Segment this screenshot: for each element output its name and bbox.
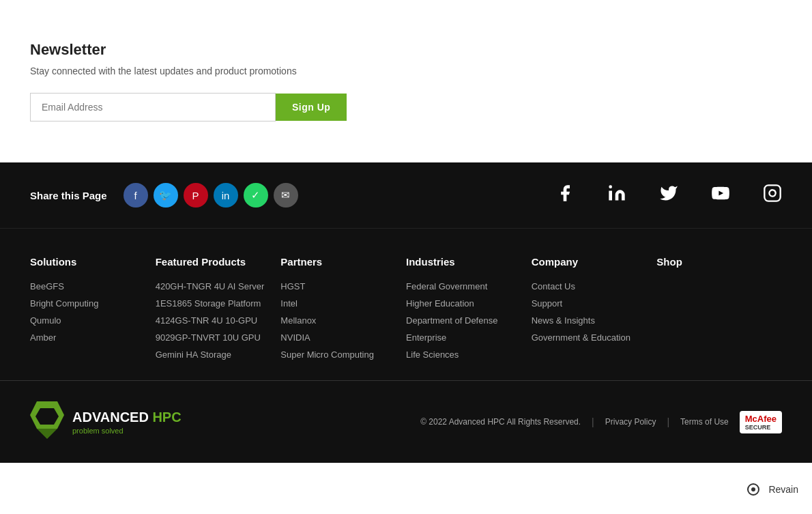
footer-columns: Solutions BeeGFS Bright Computing Qumulo… (30, 256, 782, 367)
footer-link-4124gs[interactable]: 4124GS-TNR 4U 10-GPU (156, 315, 281, 326)
social-youtube-link[interactable] (711, 184, 730, 208)
signup-button[interactable]: Sign Up (276, 94, 347, 121)
footer-solutions-title: Solutions (30, 256, 156, 268)
share-label: Share this Page (30, 190, 107, 201)
mcafee-badge[interactable]: McAfee SECURE (740, 411, 782, 433)
linkedin-icon: in (222, 190, 230, 201)
footer-copyright: © 2022 Advanced HPC All Rights Reserved. (420, 417, 581, 427)
social-facebook-link[interactable] (555, 184, 575, 208)
share-email-button[interactable]: ✉ (274, 183, 298, 208)
terms-of-use-link[interactable]: Terms of Use (680, 417, 729, 427)
footer-bottom: ADVANCED HPC problem solved © 2022 Advan… (0, 380, 812, 463)
company-logo-icon (30, 401, 64, 442)
footer-col-solutions: Solutions BeeGFS Bright Computing Qumulo… (30, 256, 156, 367)
share-facebook-button[interactable]: f (124, 183, 148, 208)
footer-company-title: Company (532, 256, 657, 268)
footer-section: Solutions BeeGFS Bright Computing Qumulo… (0, 229, 812, 380)
share-pinterest-button[interactable]: P (184, 183, 208, 208)
social-linkedin-link[interactable] (607, 184, 626, 208)
footer-col-company: Company Contact Us Support News & Insigh… (532, 256, 657, 367)
mcafee-icon: McAfee SECURE (745, 414, 777, 431)
footer-link-contact-us[interactable]: Contact Us (532, 281, 657, 291)
footer-industries-title: Industries (406, 256, 532, 268)
footer-link-420gh[interactable]: 420GH-TNGR 4U AI Server (156, 281, 281, 291)
share-twitter-button[interactable]: 🐦 (154, 183, 178, 208)
svg-marker-6 (37, 429, 57, 439)
footer-link-1es1865[interactable]: 1ES1865 Storage Platform (156, 298, 281, 309)
share-left: Share this Page f 🐦 P in ✓ ✉ (30, 183, 298, 208)
facebook-icon: f (134, 190, 136, 201)
share-whatsapp-button[interactable]: ✓ (244, 183, 268, 208)
footer-link-bright-computing[interactable]: Bright Computing (30, 298, 156, 309)
privacy-policy-link[interactable]: Privacy Policy (605, 417, 656, 427)
logo-text: ADVANCED HPC (72, 410, 182, 425)
svg-rect-2 (764, 185, 780, 201)
footer-link-intel[interactable]: Intel (280, 298, 406, 309)
email-input[interactable] (30, 93, 276, 122)
share-section: Share this Page f 🐦 P in ✓ ✉ (0, 162, 812, 228)
logo-text-area: ADVANCED HPC problem solved (72, 410, 182, 435)
newsletter-form: Sign Up (30, 93, 782, 122)
share-icons: f 🐦 P in ✓ ✉ (124, 183, 298, 208)
social-twitter-link[interactable] (659, 184, 678, 208)
footer-link-federal-gov[interactable]: Federal Government (406, 281, 532, 291)
footer-link-amber[interactable]: Amber (30, 332, 156, 343)
footer-logo-area: ADVANCED HPC problem solved (30, 401, 182, 442)
svg-marker-5 (35, 408, 59, 425)
share-linkedin-button[interactable]: in (214, 183, 238, 208)
footer-bottom-right: © 2022 Advanced HPC All Rights Reserved.… (420, 411, 782, 433)
footer-link-hgst[interactable]: HGST (280, 281, 406, 291)
newsletter-subtitle: Stay connected with the latest updates a… (30, 66, 782, 76)
footer-col-shop: Shop (656, 256, 782, 367)
social-instagram-link[interactable] (763, 184, 782, 208)
logo-tagline: problem solved (72, 427, 182, 435)
footer-link-qumulo[interactable]: Qumulo (30, 315, 156, 326)
footer-partners-title: Partners (280, 256, 406, 268)
footer-shop-title: Shop (656, 256, 782, 268)
pinterest-icon: P (192, 190, 199, 201)
footer-link-enterprise[interactable]: Enterprise (406, 332, 532, 343)
footer-col-industries: Industries Federal Government Higher Edu… (406, 256, 532, 367)
footer-col-featured-products: Featured Products 420GH-TNGR 4U AI Serve… (156, 256, 281, 367)
footer-link-mellanox[interactable]: Mellanox (280, 315, 406, 326)
footer-link-nvidia[interactable]: NVIDIA (280, 332, 406, 343)
footer-link-support[interactable]: Support (532, 298, 657, 309)
footer-link-9029gp[interactable]: 9029GP-TNVRT 10U GPU (156, 332, 281, 343)
footer-link-beegfs[interactable]: BeeGFS (30, 281, 156, 291)
newsletter-section: Newsletter Stay connected with the lates… (0, 0, 812, 162)
footer-link-gemini[interactable]: Gemini HA Storage (156, 349, 281, 360)
footer-link-news[interactable]: News & Insights (532, 315, 657, 326)
footer-separator-2: | (667, 416, 669, 427)
footer-link-supermicro[interactable]: Super Micro Computing (280, 349, 406, 360)
footer-link-higher-edu[interactable]: Higher Education (406, 298, 532, 309)
footer-separator-1: | (592, 416, 594, 427)
twitter-icon: 🐦 (159, 189, 172, 201)
whatsapp-icon: ✓ (251, 189, 260, 201)
footer-featured-products-title: Featured Products (156, 256, 281, 268)
footer-col-partners: Partners HGST Intel Mellanox NVIDIA Supe… (280, 256, 406, 367)
footer-link-gov-edu[interactable]: Government & Education (532, 332, 657, 343)
email-icon: ✉ (281, 189, 290, 201)
footer-link-life-sciences[interactable]: Life Sciences (406, 349, 532, 360)
newsletter-title: Newsletter (30, 41, 782, 59)
svg-point-0 (609, 185, 612, 188)
footer-link-dod[interactable]: Department of Defense (406, 315, 532, 326)
social-links (555, 184, 782, 208)
